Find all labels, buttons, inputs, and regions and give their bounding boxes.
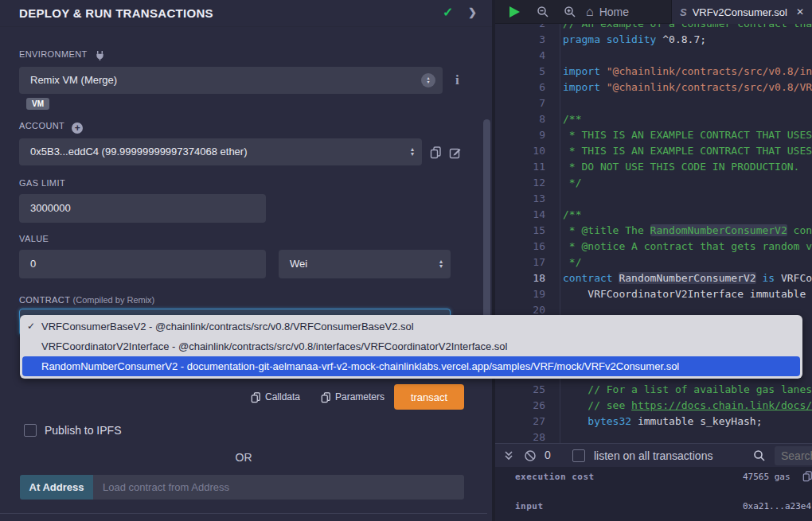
clear-console-icon[interactable]	[524, 449, 537, 462]
plug-icon	[95, 50, 105, 60]
line-number: 4	[495, 48, 545, 64]
panel-scrollbar[interactable]	[483, 119, 490, 342]
code-text: * THIS IS AN EXAMPLE CONTRACT THAT USES …	[563, 127, 812, 143]
environment-label: ENVIRONMENT	[19, 49, 105, 60]
code-line: 28	[495, 430, 812, 443]
gas-limit-value: 3000000	[30, 202, 71, 214]
environment-caret-icon[interactable]: ▴▾	[421, 73, 435, 87]
terminal-output: execution cost 47565 gas input 0xa21...a…	[495, 467, 812, 521]
code-text: * @title The RandomNumberConsumerV2 cont…	[563, 223, 812, 239]
code-line: 19 VRFCoordinatorV2Interface immutable C…	[495, 286, 812, 302]
code-line: 12 */	[495, 175, 812, 191]
tx-detail-key: input	[515, 501, 544, 511]
value-input[interactable]: 0	[19, 250, 266, 278]
code-editor[interactable]: 2// An example of a consumer contract th…	[495, 24, 812, 443]
code-line: 11 * DO NOT USE THIS CODE IN PRODUCTION.	[495, 159, 812, 175]
contract-sublabel: (Compiled by Remix)	[73, 295, 155, 305]
value-unit-select[interactable]: Wei ▴▾	[279, 250, 451, 278]
listen-all-transactions-checkbox[interactable]	[572, 449, 585, 462]
gas-limit-label: GAS LIMIT	[19, 178, 65, 188]
section-divider	[0, 513, 487, 514]
value-amount: 0	[30, 258, 36, 270]
copy-account-icon[interactable]	[430, 145, 442, 159]
gas-limit-input[interactable]: 3000000	[19, 194, 266, 223]
code-line: 8/**	[495, 111, 812, 127]
value-unit: Wei	[290, 258, 307, 270]
contract-option-label: VRFCoordinatorV2Interface - @chainlink/c…	[41, 340, 507, 352]
sign-message-icon[interactable]	[449, 145, 462, 159]
line-number: 6	[495, 80, 545, 95]
at-address-input[interactable]	[93, 475, 464, 500]
code-text: */	[563, 175, 581, 191]
environment-info-icon[interactable]: i	[455, 72, 459, 88]
transact-button[interactable]: transact	[394, 384, 464, 410]
home-icon: ⌂	[586, 5, 594, 19]
terminal-search-icon[interactable]	[753, 449, 766, 462]
tab-vrfv2consumer[interactable]: S VRFv2Consumer.sol ✕	[671, 0, 812, 24]
line-number: 25	[495, 382, 545, 398]
remix-ide: DEPLOY & RUN TRANSACTIONS ✓ ❯ ENVIRONMEN…	[0, 0, 812, 521]
contract-dropdown-popup: ✓VRFConsumerBaseV2 - @chainlink/contract…	[20, 315, 802, 379]
line-number: 28	[495, 430, 545, 443]
code-line: 26 // see https://docs.chain.link/docs/v…	[495, 398, 812, 414]
line-number: 17	[495, 255, 545, 270]
line-number: 13	[495, 191, 545, 207]
vm-badge: VM	[26, 98, 49, 110]
code-line: 5import "@chainlink/contracts/src/v0.8/i…	[495, 64, 812, 80]
account-caret-icon: ▴▾	[411, 147, 414, 157]
selected-check-icon: ✓	[27, 317, 35, 336]
run-script-play-icon[interactable]	[509, 6, 520, 17]
line-number: 2	[495, 24, 545, 32]
copy-gas-icon[interactable]	[802, 471, 812, 482]
code-line: 16 * @notice A contract that gets random…	[495, 239, 812, 255]
unit-caret-icon: ▴▾	[439, 259, 443, 269]
calldata-button[interactable]: Calldata	[251, 391, 300, 403]
publish-ipfs-label: Publish to IPFS	[45, 424, 122, 437]
code-line: 18contract RandomNumberConsumerV2 is VRF…	[495, 270, 812, 286]
code-line: 27 bytes32 immutable s_keyHash;	[495, 414, 812, 430]
code-text: */	[563, 255, 581, 270]
zoom-in-icon[interactable]	[564, 6, 576, 18]
code-line: 3pragma solidity ^0.8.7;	[495, 32, 812, 48]
or-divider: OR	[0, 451, 487, 464]
page-title: DEPLOY & RUN TRANSACTIONS	[19, 6, 213, 20]
at-address-button[interactable]: At Address	[20, 475, 93, 500]
copy-parameters-icon	[321, 392, 331, 403]
deploy-run-panel: DEPLOY & RUN TRANSACTIONS ✓ ❯ ENVIRONMEN…	[0, 0, 492, 521]
code-line: 7	[495, 95, 812, 111]
account-select[interactable]: 0x5B3...eddC4 (99.99999999997374068 ethe…	[19, 138, 422, 165]
contract-option[interactable]: ✓VRFConsumerBaseV2 - @chainlink/contract…	[20, 317, 802, 336]
line-number: 16	[495, 239, 545, 255]
solidity-icon: S	[680, 6, 687, 18]
contract-option-label: RandomNumberConsumerV2 - documentation-g…	[41, 360, 679, 372]
panel-collapse-chevron-icon[interactable]: ❯	[468, 6, 477, 18]
tx-detail-value: 0xa21...a23e4	[743, 501, 811, 511]
line-number: 12	[495, 175, 545, 191]
code-text: // For a list of available gas lanes on …	[563, 382, 812, 398]
line-number: 26	[495, 398, 545, 414]
account-label: ACCOUNT +	[19, 121, 83, 134]
active-tab-label: VRFv2Consumer.sol	[693, 6, 787, 18]
code-text: /**	[563, 207, 581, 223]
add-account-icon[interactable]: +	[72, 122, 83, 134]
code-text: * THIS IS AN EXAMPLE CONTRACT THAT USES …	[563, 143, 812, 159]
tx-detail-key: execution cost	[515, 472, 595, 482]
contract-option[interactable]: VRFCoordinatorV2Interface - @chainlink/c…	[20, 336, 802, 356]
line-number: 19	[495, 286, 545, 302]
terminal-search-input[interactable]	[775, 446, 812, 465]
environment-select[interactable]: Remix VM (Merge) ▴▾	[19, 67, 443, 94]
transaction-count-badge: 0	[545, 449, 551, 461]
code-text: * DO NOT USE THIS CODE IN PRODUCTION.	[563, 159, 799, 175]
panel-header: DEPLOY & RUN TRANSACTIONS ✓ ❯	[0, 0, 492, 27]
contract-option[interactable]: RandomNumberConsumerV2 - documentation-g…	[22, 356, 800, 376]
zoom-out-icon[interactable]	[537, 6, 549, 18]
code-line: 17 */	[495, 255, 812, 270]
close-tab-icon[interactable]: ✕	[796, 6, 804, 17]
publish-ipfs-checkbox[interactable]	[24, 424, 37, 437]
parameters-button[interactable]: Parameters	[321, 391, 385, 403]
tx-detail-value: 47565 gas	[743, 472, 791, 482]
tab-home[interactable]: ⌂ Home	[578, 0, 637, 24]
expand-terminal-chevrons-icon[interactable]	[503, 450, 514, 461]
home-tab-label: Home	[599, 6, 629, 18]
terminal-bar: 0 listen on all transactions	[495, 443, 812, 467]
